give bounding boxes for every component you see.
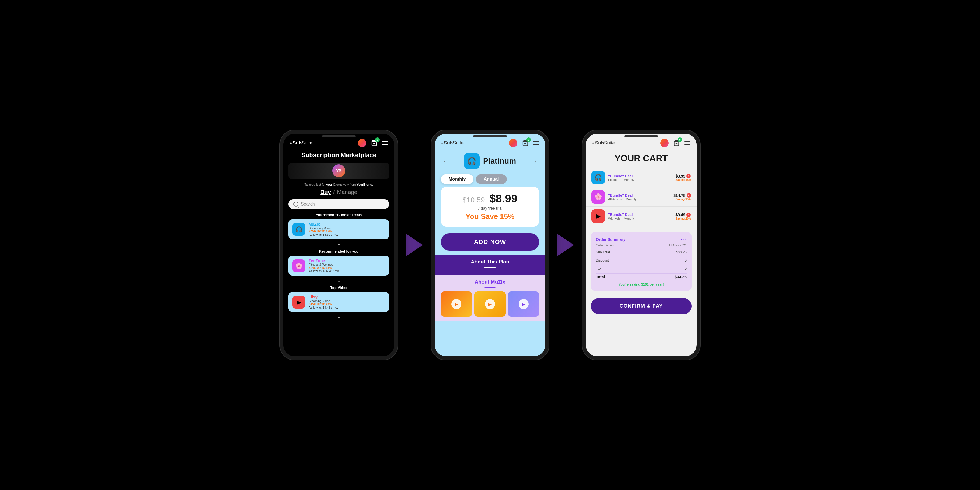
cart-item-details-muzix: "Bundle" Deal Platinum Monthly xyxy=(608,174,672,181)
logo-prefix3: ⎈ xyxy=(592,141,594,145)
logo-screen3: ⎈ SubSuite xyxy=(592,140,615,146)
chevron-recommended: ⌄ xyxy=(283,277,394,284)
banner-bg: YB xyxy=(288,163,389,179)
cart-icon-screen3[interactable]: 0 xyxy=(672,138,681,148)
buy-manage-nav: Buy / Manage xyxy=(283,187,394,197)
add-now-button[interactable]: ADD NOW xyxy=(441,233,539,251)
thumbnail-3[interactable]: ▶ xyxy=(508,291,539,317)
screen3-content: ⎈ SubSuite 0 xyxy=(586,134,697,356)
cart-title: YOUR CART xyxy=(586,150,697,168)
card-save-flixy: SAVE UP TO 20% xyxy=(309,303,385,306)
thumbnail-1[interactable]: ▶ xyxy=(441,291,472,317)
total-value: $33.26 xyxy=(675,275,687,279)
cart-item-name-1: "Bundle" Deal xyxy=(608,193,670,197)
manage-link[interactable]: Manage xyxy=(337,189,357,196)
card-category-zenzone: Fitness & Wellnes xyxy=(309,263,385,266)
cart-item-saving-1: Saving 15% xyxy=(673,198,691,201)
product-header: ‹ 🎧 Platinum › xyxy=(434,150,546,172)
chevron-video: ⌄ xyxy=(283,313,394,320)
cart-item-details-zenzone: "Bundle" Deal All Access Monthly xyxy=(608,193,670,201)
subtotal-value: $33.26 xyxy=(676,250,687,254)
banner-screen1: YB xyxy=(288,163,389,179)
tagline-screen1: Tailored just for you. Exclusively from … xyxy=(283,182,394,187)
nav-icons-screen2: 0 xyxy=(509,138,539,148)
subtotal-label: Sub Total xyxy=(596,250,610,254)
screen2-content: ⎈ SubSuite 0 xyxy=(434,134,546,356)
cart-divider xyxy=(633,228,650,229)
menu-icon-screen1[interactable] xyxy=(382,141,388,145)
card-name-muzix: MuZix xyxy=(309,222,385,226)
avatar-screen1[interactable] xyxy=(358,139,366,147)
cart-item-muzix: 🎧 "Bundle" Deal Platinum Monthly $8.99 × xyxy=(586,168,697,187)
section-title-recommended: Recommended for you xyxy=(283,248,394,255)
cart-item-price-0: $8.99 × xyxy=(675,174,691,178)
card-icon-muzix: 🎧 xyxy=(292,223,305,236)
section-title-bundles: YourBrand "Bundle" Deals xyxy=(283,211,394,218)
total-row: Total $33.26 xyxy=(596,273,687,280)
cart-item-icon-muzix: 🎧 xyxy=(591,171,605,184)
menu-icon-screen3[interactable] xyxy=(684,141,690,145)
avatar-screen2[interactable] xyxy=(509,139,517,147)
product-name: Platinum xyxy=(483,156,516,165)
remove-btn-2[interactable]: × xyxy=(686,213,691,217)
cart-icon-screen2[interactable]: 0 xyxy=(521,138,530,148)
card-category-flixy: Steaming Video xyxy=(309,299,385,303)
card-save-zenzone: SAVE UP TO 15% xyxy=(309,266,385,269)
phone-screen1-inner: ⎈ SubSuite 0 xyxy=(283,134,394,356)
cart-item-saving-0: Saving 15% xyxy=(675,178,691,181)
avatar-screen3[interactable] xyxy=(660,139,669,147)
about-plan-divider xyxy=(484,267,496,268)
phone-screen2-inner: ⎈ SubSuite 0 xyxy=(434,134,546,356)
cart-item-flixy: ▶ "Bundle" Deal With Ads Monthly $9.49 × xyxy=(586,207,697,226)
order-detail-row: Order Details 18 May 2024 xyxy=(596,243,687,247)
card-name-flixy: Flixy xyxy=(309,295,385,299)
remove-btn-0[interactable]: × xyxy=(686,174,691,178)
page-title-screen1: Subscription Marketplace xyxy=(283,150,394,160)
arrow-2 xyxy=(557,234,574,256)
order-date: 18 May 2024 xyxy=(669,243,687,247)
logo-prefix-icon: ⎈ xyxy=(290,141,292,145)
card-details-zenzone: ZenZone Fitness & Wellnes SAVE UP TO 15%… xyxy=(309,258,385,273)
subtotal-row: Sub Total $33.26 xyxy=(596,249,687,255)
card-icon-flixy: ▶ xyxy=(292,296,305,309)
logo-text-screen3: SubSuite xyxy=(595,140,615,146)
order-summary-dots[interactable]: ··· xyxy=(681,236,687,242)
card-flixy[interactable]: ▶ Flixy Steaming Video SAVE UP TO 20% As… xyxy=(288,292,389,312)
cart-item-price-area-1: $14.78 × Saving 15% xyxy=(673,193,691,201)
buy-link[interactable]: Buy xyxy=(320,189,331,196)
remove-btn-1[interactable]: × xyxy=(687,193,691,198)
search-bar[interactable]: Search xyxy=(288,199,389,209)
cart-item-name-0: "Bundle" Deal xyxy=(608,174,672,178)
product-icon-muzix: 🎧 xyxy=(464,153,480,169)
nav-icons-screen1: 0 xyxy=(358,138,388,148)
card-details-muzix: MuZix Streaming Music SAVE UP TO 15% As … xyxy=(309,222,385,236)
tax-label: Tax xyxy=(596,267,601,270)
about-muzix-divider xyxy=(484,287,496,288)
card-price-zenzone: As low as $14.78 / mo. xyxy=(309,269,385,273)
thumbnail-2[interactable]: ▶ xyxy=(474,291,506,317)
play-btn-2[interactable]: ▶ xyxy=(485,299,495,309)
logo-screen2: ⎈ SubSuite xyxy=(441,140,464,146)
card-price-flixy: As low as $9.49 / mo. xyxy=(309,306,385,309)
tab-monthly[interactable]: Monthly xyxy=(441,175,474,184)
card-zenzone[interactable]: 🌸 ZenZone Fitness & Wellnes SAVE UP TO 1… xyxy=(288,256,389,275)
play-btn-1[interactable]: ▶ xyxy=(451,299,461,309)
confirm-pay-button[interactable]: CONFIRM & PAY xyxy=(591,298,692,314)
about-plan-title: About This Plan xyxy=(441,259,539,265)
about-plan-section: About This Plan xyxy=(434,255,546,275)
about-muzix-section: About MuZix ▶ ▶ ▶ xyxy=(434,275,546,321)
prev-arrow[interactable]: ‹ xyxy=(441,157,449,165)
card-muzix[interactable]: 🎧 MuZix Streaming Music SAVE UP TO 15% A… xyxy=(288,219,389,239)
menu-icon-screen2[interactable] xyxy=(533,141,539,145)
next-arrow[interactable]: › xyxy=(531,157,539,165)
original-price: $10.59 xyxy=(463,196,485,204)
about-muzix-title: About MuZix xyxy=(441,279,539,285)
cart-icon-screen1[interactable]: 0 xyxy=(370,138,379,148)
play-btn-3[interactable]: ▶ xyxy=(519,299,529,309)
cart-item-saving-2: Saving 20% xyxy=(675,217,691,220)
discount-value: 0 xyxy=(685,258,687,262)
tab-annual[interactable]: Annual xyxy=(476,175,506,184)
order-summary-title: Order Summary xyxy=(596,237,625,242)
search-placeholder: Search xyxy=(301,202,315,207)
cart-item-icon-zenzone: 🌸 xyxy=(591,190,605,204)
